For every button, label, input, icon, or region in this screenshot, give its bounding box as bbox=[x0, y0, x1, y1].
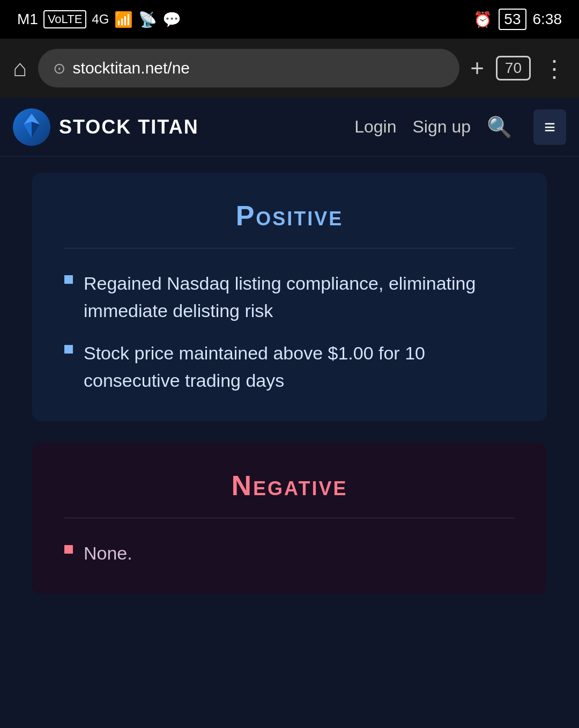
login-link[interactable]: Login bbox=[354, 117, 396, 137]
time-label: 6:38 bbox=[533, 11, 562, 28]
url-security-icon: ⊙ bbox=[53, 60, 65, 77]
network-label: 4G bbox=[92, 12, 109, 27]
positive-bullet-text-1: Regained Nasdaq listing compliance, elim… bbox=[84, 270, 515, 325]
bullet-icon-1 bbox=[64, 275, 73, 284]
url-bar[interactable]: ⊙ stocktitan.net/ne bbox=[38, 49, 460, 87]
status-bar: M1 VoLTE 4G 📶 📡 💬 ⏰ 53 6:38 bbox=[0, 0, 579, 39]
navbar: STOCK TITAN Login Sign up 🔍 ≡ bbox=[0, 98, 579, 157]
more-options-button[interactable]: ⋮ bbox=[543, 55, 566, 82]
positive-bullet-list: Regained Nasdaq listing compliance, elim… bbox=[64, 270, 515, 394]
url-text: stocktitan.net/ne bbox=[73, 59, 190, 77]
battery-label: 53 bbox=[499, 9, 526, 30]
nav-links: Login Sign up 🔍 ≡ bbox=[354, 109, 566, 145]
positive-title: Positive bbox=[64, 200, 515, 232]
carrier-label: M1 bbox=[17, 11, 38, 28]
alarm-icon: ⏰ bbox=[473, 11, 492, 28]
wifi-icon: 📡 bbox=[138, 11, 157, 28]
tab-count-badge[interactable]: 70 bbox=[496, 56, 531, 80]
negative-bullet-icon-1 bbox=[64, 545, 73, 554]
hamburger-menu-button[interactable]: ≡ bbox=[533, 109, 566, 145]
home-button[interactable]: ⌂ bbox=[13, 55, 27, 82]
browser-actions: + 70 ⋮ bbox=[470, 55, 566, 82]
logo-icon bbox=[13, 108, 50, 146]
logo-text: STOCK TITAN bbox=[59, 116, 199, 138]
negative-bullet-item-1: None. bbox=[64, 540, 515, 567]
search-icon[interactable]: 🔍 bbox=[487, 115, 512, 139]
positive-divider bbox=[64, 248, 515, 248]
status-right: ⏰ 53 6:38 bbox=[473, 9, 562, 30]
positive-bullet-item-1: Regained Nasdaq listing compliance, elim… bbox=[64, 270, 515, 325]
status-left: M1 VoLTE 4G 📶 📡 💬 bbox=[17, 10, 181, 28]
positive-card: Positive Regained Nasdaq listing complia… bbox=[32, 173, 547, 421]
main-content: Positive Regained Nasdaq listing complia… bbox=[0, 157, 579, 626]
browser-bar: ⌂ ⊙ stocktitan.net/ne + 70 ⋮ bbox=[0, 39, 579, 98]
logo-area: STOCK TITAN bbox=[13, 108, 354, 146]
bullet-icon-2 bbox=[64, 345, 73, 354]
negative-card: Negative None. bbox=[32, 443, 547, 594]
signup-link[interactable]: Sign up bbox=[412, 117, 471, 137]
negative-bullet-text-1: None. bbox=[84, 540, 132, 567]
whatsapp-icon: 💬 bbox=[162, 11, 181, 28]
negative-bullet-list: None. bbox=[64, 540, 515, 567]
positive-bullet-text-2: Stock price maintained above $1.00 for 1… bbox=[84, 340, 515, 394]
signal-icon: 📶 bbox=[114, 11, 133, 28]
volte-label: VoLTE bbox=[43, 10, 86, 28]
positive-bullet-item-2: Stock price maintained above $1.00 for 1… bbox=[64, 340, 515, 394]
negative-title: Negative bbox=[64, 469, 515, 502]
new-tab-button[interactable]: + bbox=[470, 55, 484, 82]
negative-divider bbox=[64, 518, 515, 518]
